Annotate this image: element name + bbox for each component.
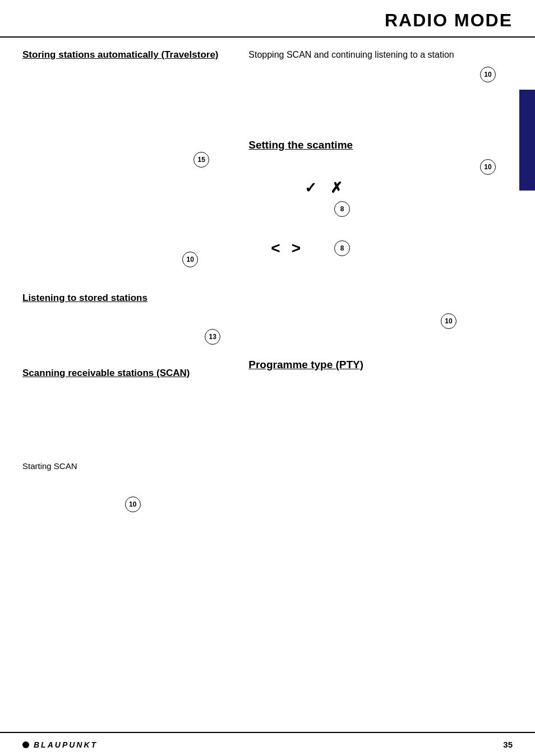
badge-10-mid-right-container: 10 bbox=[248, 313, 513, 329]
spacer2 bbox=[22, 96, 232, 124]
spacer-r6 bbox=[248, 329, 513, 347]
page-footer: BLAUPUNKT 35 bbox=[0, 732, 535, 756]
page-number: 35 bbox=[503, 740, 513, 749]
left-column: Storing stations automatically (Travelst… bbox=[22, 49, 243, 512]
check-x-row: ✓ ✗ bbox=[248, 179, 513, 197]
badge-10-left-container: 10 bbox=[22, 252, 232, 267]
brand-logo: BLAUPUNKT bbox=[22, 740, 98, 749]
page-title: RADIO MODE bbox=[385, 10, 513, 30]
badge-8-top: 8 bbox=[334, 201, 350, 217]
listening-stored-section: Listening to stored stations bbox=[22, 292, 232, 304]
badge-13-container: 13 bbox=[22, 329, 232, 345]
spacer-r4 bbox=[248, 257, 513, 285]
starting-scan-label: Starting SCAN bbox=[22, 460, 232, 473]
spacer8 bbox=[22, 311, 232, 329]
x-symbol: ✗ bbox=[330, 179, 347, 197]
badge-10-top-right-container: 10 bbox=[248, 67, 513, 82]
spacer11 bbox=[22, 414, 232, 442]
badge-15: 15 bbox=[193, 152, 209, 168]
main-content: Storing stations automatically (Travelst… bbox=[0, 38, 535, 523]
spacer1 bbox=[22, 68, 232, 96]
badge-13: 13 bbox=[205, 329, 220, 345]
spacer10 bbox=[22, 386, 232, 414]
spacer7 bbox=[22, 267, 232, 285]
spacer9 bbox=[22, 345, 232, 363]
setting-scantime-section: Setting the scantime bbox=[248, 138, 513, 152]
listening-stored-heading: Listening to stored stations bbox=[22, 292, 232, 304]
page-container: RADIO MODE Storing stations automaticall… bbox=[0, 0, 535, 756]
stopping-scan-heading: Stopping SCAN and continuing listening t… bbox=[248, 49, 513, 61]
storing-stations-section: Storing stations automatically (Travelst… bbox=[22, 49, 232, 61]
top-section: Storing stations automatically (Travelst… bbox=[22, 49, 513, 512]
right-column: Stopping SCAN and continuing listening t… bbox=[243, 49, 513, 512]
logo-text: BLAUPUNKT bbox=[34, 740, 98, 749]
page-header: RADIO MODE bbox=[0, 0, 535, 38]
storing-stations-heading: Storing stations automatically (Travelst… bbox=[22, 49, 232, 61]
scanning-heading: Scanning receivable stations (SCAN) bbox=[22, 367, 232, 379]
setting-scantime-heading: Setting the scantime bbox=[248, 138, 513, 152]
badge-10-scantime-container: 10 bbox=[248, 159, 513, 175]
badge-10-scan-container: 10 bbox=[22, 497, 232, 512]
stopping-scan-section: Stopping SCAN and continuing listening t… bbox=[248, 49, 513, 61]
spacer-r2 bbox=[248, 110, 513, 138]
arrow-symbols-row: < > 8 bbox=[248, 239, 513, 257]
scanning-section: Scanning receivable stations (SCAN) bbox=[22, 367, 232, 379]
spacer5 bbox=[22, 196, 232, 224]
spacer3 bbox=[22, 124, 232, 152]
badge-15-container: 15 bbox=[22, 152, 232, 168]
programme-type-heading: Programme type (PTY) bbox=[248, 358, 513, 372]
starting-scan-section: Starting SCAN bbox=[22, 460, 232, 473]
badge-10-bottom-left: 10 bbox=[182, 252, 198, 267]
badge-10-top-right: 10 bbox=[480, 67, 496, 82]
spacer-r1 bbox=[248, 82, 513, 110]
spacer-r3 bbox=[248, 217, 513, 235]
spacer12 bbox=[22, 442, 232, 460]
less-than-symbol: < bbox=[271, 239, 282, 257]
badge-10-scantime: 10 bbox=[480, 159, 496, 175]
badge8-row: 8 bbox=[248, 201, 513, 217]
spacer13 bbox=[22, 479, 232, 497]
badge-10-mid-right: 10 bbox=[441, 313, 456, 329]
badge-8-bottom: 8 bbox=[334, 240, 350, 256]
badge-10-scan: 10 bbox=[125, 497, 141, 512]
logo-dot bbox=[22, 741, 29, 748]
spacer6 bbox=[22, 224, 232, 252]
spacer4 bbox=[22, 168, 232, 196]
spacer-r5 bbox=[248, 285, 513, 313]
check-symbol: ✓ bbox=[305, 179, 321, 197]
greater-than-symbol: > bbox=[292, 239, 303, 257]
programme-type-section: Programme type (PTY) bbox=[248, 358, 513, 372]
